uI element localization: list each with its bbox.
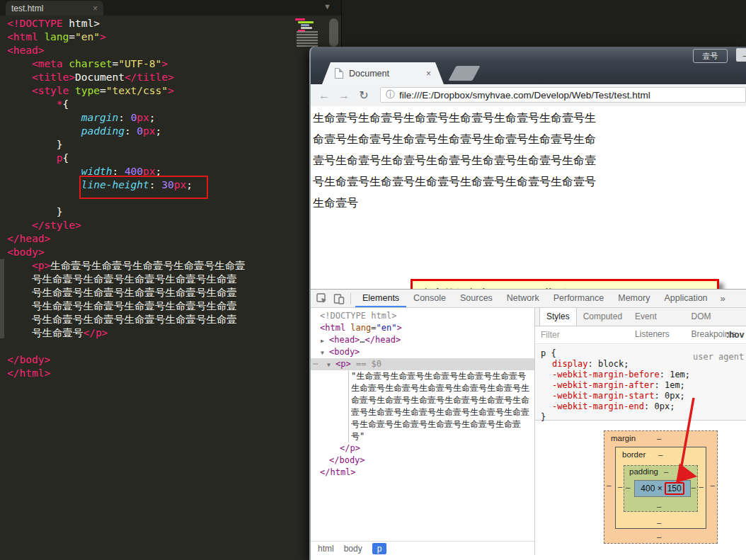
code-line[interactable]: <style type="text/css"> (7, 84, 246, 98)
code-line[interactable]: <!DOCTYPE html> (7, 17, 246, 30)
css-property[interactable]: -webkit-margin-after: 1em; (541, 380, 746, 391)
tab-overflow-icon[interactable]: ▼ (323, 2, 331, 11)
code-line[interactable]: } (7, 138, 246, 152)
collapse-icon[interactable]: ▼ (321, 347, 324, 359)
code-line[interactable]: margin: 0px; (7, 111, 246, 125)
devtools-panel: ElementsConsoleSourcesNetworkPerformance… (311, 289, 746, 554)
padding-top-value: – (664, 467, 668, 476)
rendered-paragraph: 生命壹号生命壹号生命壹号生命壹号生命壹号生命壹号生命壹号生命壹号生命壹号生命壹号… (313, 108, 596, 214)
node-menu-icon[interactable]: ⋯ (313, 358, 318, 370)
dom-node[interactable]: ▼<body> (311, 346, 534, 358)
address-bar[interactable]: ⓘ file:///E:/Dropbox/smyhvae.com/Develop… (380, 87, 746, 103)
breadcrumb-body[interactable]: body (344, 544, 362, 554)
dom-node[interactable]: <html lang="en"> (311, 322, 534, 334)
code-line[interactable]: <p>生命壹号生命壹号生命壹号生命壹号生命壹 (7, 259, 246, 273)
browser-title-bar[interactable]: 壹号 — Document × (311, 47, 746, 84)
devtools-tab-console[interactable]: Console (406, 290, 453, 307)
dom-node[interactable]: ▶<head>…</head> (311, 334, 534, 346)
filter-input[interactable]: Filter (541, 330, 560, 340)
devtools-tab-performance[interactable]: Performance (546, 290, 612, 307)
code-line[interactable]: p{ (7, 152, 246, 165)
box-model-content[interactable]: 400 ×150 (634, 480, 691, 497)
new-tab-button[interactable] (448, 66, 480, 81)
code-line[interactable]: padding: 0px; (7, 125, 246, 138)
elements-dom-tree[interactable]: <!DOCTYPE html><html lang="en">▶<head>…<… (311, 308, 534, 541)
margin-right-value: – (711, 481, 715, 489)
code-line[interactable]: 号生命壹号</p> (7, 326, 246, 340)
browser-tab-close-icon[interactable]: × (426, 69, 431, 79)
box-model-margin[interactable]: margin – – – – border – – – – padding – (604, 430, 718, 544)
code-line[interactable]: </body> (7, 353, 246, 367)
code-line[interactable]: <title>Document</title> (7, 71, 246, 84)
code-line[interactable]: 号生命壹号生命壹号生命壹号生命壹号生命壹 (7, 313, 246, 326)
devtools-tab-strip: ElementsConsoleSourcesNetworkPerformance… (355, 290, 715, 307)
selected-node-text[interactable]: "生命壹号生命壹号生命壹号生命壹号生命壹号生命壹号生命壹号生命壹号生命壹号生命壹… (348, 370, 534, 442)
devtools-tab-network[interactable]: Network (500, 290, 546, 307)
styles-filter-row: Filter :hov (535, 327, 746, 344)
minimize-button[interactable]: — (736, 48, 746, 62)
info-icon[interactable]: ⓘ (386, 88, 395, 101)
devtools-tab-sources[interactable]: Sources (453, 290, 500, 307)
rule-properties: display: block;-webkit-margin-before: 1e… (541, 359, 746, 412)
rule-open-brace: { (546, 348, 556, 358)
code-line[interactable]: *{ (7, 98, 246, 111)
reload-icon[interactable]: ↻ (357, 88, 370, 102)
breadcrumb-html[interactable]: html (318, 544, 334, 554)
sidebar-tab-styles[interactable]: Styles (539, 308, 577, 326)
sidebar-tab-event-listeners[interactable]: Event Listeners (629, 308, 685, 326)
device-toolbar-icon[interactable] (333, 293, 345, 304)
dom-node[interactable]: </p> (311, 442, 534, 455)
editor-scrollbar[interactable] (329, 18, 338, 47)
box-model-border[interactable]: border – – – – padding – – – – 400 ×15 (615, 447, 706, 529)
code-line[interactable]: <body> (7, 246, 246, 259)
code-line[interactable]: 号生命壹号生命壹号生命壹号生命壹号生命壹 (7, 273, 246, 286)
dom-node[interactable]: <!DOCTYPE html> (311, 310, 534, 322)
code-line[interactable]: } (7, 205, 246, 219)
more-tabs-icon[interactable]: » (715, 293, 731, 304)
sidebar-tab-computed[interactable]: Computed (577, 308, 629, 326)
content-height-value-highlighted: 150 (665, 482, 684, 495)
devtools-tab-application[interactable]: Application (657, 290, 714, 307)
code-line[interactable]: <html lang="en"> (7, 30, 246, 44)
collapse-icon[interactable]: ▼ (327, 359, 331, 371)
expand-icon[interactable]: ▶ (321, 335, 324, 347)
devtools-toolbar: ElementsConsoleSourcesNetworkPerformance… (311, 290, 746, 308)
css-property[interactable]: -webkit-margin-end: 0px; (541, 401, 746, 412)
inspect-icon[interactable] (316, 293, 328, 304)
css-property[interactable]: -webkit-margin-start: 0px; (541, 391, 746, 401)
forward-icon[interactable]: → (338, 89, 350, 102)
css-property[interactable]: -webkit-margin-before: 1em; (541, 370, 746, 380)
browser-tab-document[interactable]: Document × (322, 62, 444, 84)
box-model-padding[interactable]: padding – – – – 400 ×150 (624, 465, 698, 512)
breadcrumb-p[interactable]: p (372, 543, 387, 554)
editor-left-scroll-strip[interactable] (0, 259, 4, 338)
code-line[interactable] (7, 340, 246, 353)
padding-bottom-value: – (657, 502, 661, 510)
code-line[interactable]: 号生命壹号生命壹号生命壹号生命壹号生命壹 (7, 299, 246, 313)
editor-tab-test-html[interactable]: test.html × (6, 1, 103, 16)
devtools-tab-memory[interactable]: Memory (611, 290, 657, 307)
border-left-value: – (618, 482, 622, 491)
dom-node-selected[interactable]: ⋯▼<p> == $0 (311, 358, 534, 370)
toolbar-divider (350, 293, 351, 304)
border-top-value: – (658, 450, 662, 459)
profile-button[interactable]: 壹号 (693, 49, 728, 63)
dom-node[interactable]: </html> (311, 467, 534, 479)
editor-minimap-textblock (297, 31, 318, 47)
css-rule-block[interactable]: p { user agent stylesheet display: block… (535, 345, 746, 421)
devtools-tab-elements[interactable]: Elements (355, 290, 406, 307)
dom-node[interactable]: </body> (311, 455, 534, 467)
code-line[interactable]: </head> (7, 232, 246, 246)
url-text[interactable]: file:///E:/Dropbox/smyhvae.com/Develop/W… (399, 90, 650, 101)
code-line[interactable]: </html> (7, 367, 246, 380)
rule-close-brace: } (541, 412, 746, 423)
code-line[interactable]: </style> (7, 219, 246, 232)
sidebar-tab-dom-breakpoints[interactable]: DOM Breakpoints (685, 308, 746, 326)
sidebar-tab-strip: StylesComputedEvent ListenersDOM Breakpo… (535, 308, 746, 326)
back-icon[interactable]: ← (318, 89, 331, 102)
editor-tab-close-icon[interactable]: × (93, 4, 98, 13)
code-line[interactable]: <meta charset="UTF-8"> (7, 57, 246, 71)
code-line[interactable]: 号生命壹号生命壹号生命壹号生命壹号生命壹 (7, 286, 246, 299)
code-line[interactable]: <head> (7, 44, 246, 57)
hover-state-toggle[interactable]: :hov (726, 330, 744, 340)
